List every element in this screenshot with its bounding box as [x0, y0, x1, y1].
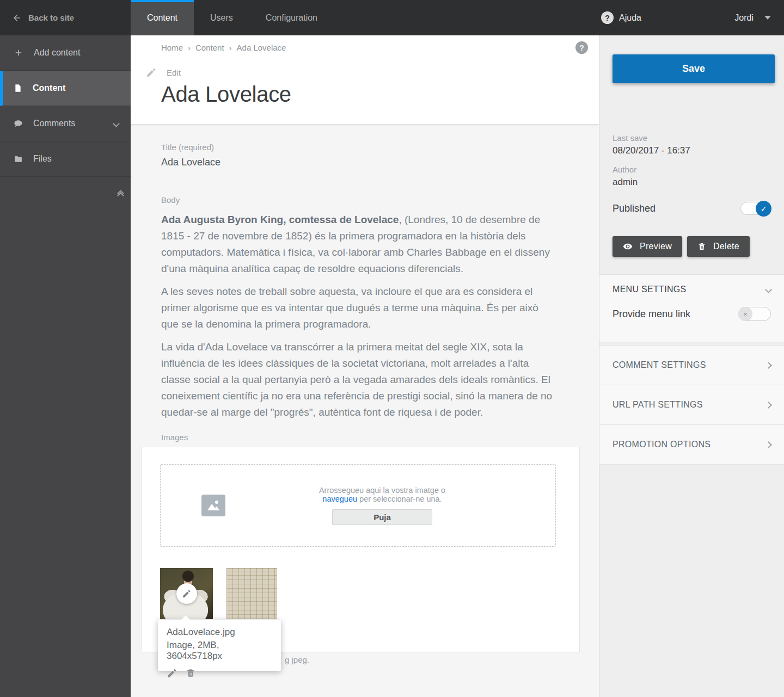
check-icon: ✓ [756, 201, 771, 217]
published-toggle[interactable]: ✓ [740, 202, 771, 215]
pencil-icon [146, 67, 156, 78]
document-icon [14, 84, 22, 92]
tab-users[interactable]: Users [194, 0, 249, 35]
uploaded-images [160, 568, 556, 619]
breadcrumb-content[interactable]: Content [195, 43, 224, 52]
provide-menu-link-label: Provide menu link [612, 309, 690, 320]
sidebar-item-files[interactable]: Files [0, 141, 131, 177]
body-field-editor[interactable]: Ada Augusta Byron King, comtessa de Love… [161, 212, 558, 421]
help-label: Ajuda [619, 13, 641, 23]
sidebar: Add content Content Comments Files [0, 35, 131, 697]
promotion-options-header[interactable]: PROMOTION OPTIONS [599, 425, 784, 465]
file-info-popup: AdaLovelace.jpg Image, 2MB, 3604x5718px [158, 620, 281, 671]
sidebar-item-add-content[interactable]: Add content [0, 35, 131, 71]
body-paragraph: Ada Augusta Byron King, comtessa de Love… [161, 212, 558, 277]
chevron-down-icon [765, 286, 772, 293]
top-bar: Back to site Content Users Configuration… [0, 0, 784, 35]
back-to-site-label: Back to site [28, 13, 74, 22]
thumbnail-ada-portrait[interactable] [160, 568, 213, 619]
save-button[interactable]: Save [612, 54, 775, 83]
provide-menu-link-row: Provide menu link × [612, 307, 771, 321]
breadcrumb-separator: › [229, 43, 232, 52]
delete-button[interactable]: Delete [687, 236, 750, 257]
folder-icon [14, 155, 23, 164]
edit-label: Edit [167, 68, 181, 77]
file-meta: Image, 2MB, 3604x5718px [167, 640, 272, 662]
chevron-right-icon [765, 441, 772, 448]
comment-icon [14, 119, 23, 128]
tab-content[interactable]: Content [131, 0, 194, 35]
published-label: Published [612, 203, 656, 214]
plus-icon [14, 48, 23, 58]
user-name: Jordi [734, 13, 754, 23]
caret-down-icon [764, 16, 771, 20]
menu-settings-section: MENU SETTINGS Provide menu link × [599, 274, 784, 342]
menu-settings-header[interactable]: MENU SETTINGS [612, 285, 771, 294]
edit-tab[interactable]: Edit [146, 67, 586, 78]
sidebar-item-content[interactable]: Content [0, 71, 131, 106]
page-help-icon[interactable]: ? [575, 41, 588, 54]
delete-file-icon[interactable] [186, 668, 195, 678]
pencil-icon [182, 589, 191, 599]
images-field-label: Images [161, 433, 588, 442]
edit-file-icon[interactable] [167, 668, 177, 679]
last-save-value: 08/20/2017 - 16:37 [612, 145, 771, 156]
thumbnail-diagram[interactable] [226, 568, 277, 619]
comment-settings-header[interactable]: COMMENT SETTINGS [599, 346, 784, 385]
help-menu[interactable]: ? Ajuda [601, 0, 641, 35]
page-header: Home › Content › Ada Lovelace ? Edit Ada… [131, 35, 599, 124]
user-menu[interactable]: Jordi [734, 0, 771, 35]
meta-info: Last save 08/20/2017 - 16:37 Author admi… [612, 133, 771, 188]
main-content: Home › Content › Ada Lovelace ? Edit Ada… [131, 35, 599, 697]
page-title: Ada Lovelace [161, 82, 586, 107]
back-to-site-link[interactable]: Back to site [0, 0, 131, 35]
file-name: AdaLovelace.jpg [167, 627, 272, 638]
breadcrumb: Home › Content › Ada Lovelace [161, 43, 586, 52]
title-field-label: Title (required) [161, 143, 588, 152]
upload-button[interactable]: Puja [332, 509, 432, 525]
body-paragraph: A les seves notes de treball sobre aques… [161, 283, 558, 332]
image-dropzone[interactable]: Arrossegueu aqui la vostra imatge o nave… [160, 464, 556, 547]
browse-link[interactable]: navegueu [322, 495, 357, 503]
body-field-label: Body [161, 195, 588, 205]
url-path-settings-header[interactable]: URL PATH SETTINGS [599, 385, 784, 425]
last-save-label: Last save [612, 133, 771, 143]
sidebar-item-comments[interactable]: Comments [0, 106, 131, 141]
chevron-right-icon [765, 362, 772, 369]
chevron-down-icon [113, 120, 120, 127]
sidebar-collapse-button[interactable] [0, 177, 131, 212]
dropzone-text: Arrossegueu aqui la vostra imatge o nave… [209, 486, 555, 525]
preview-button[interactable]: Preview [612, 236, 682, 257]
help-icon: ? [601, 11, 614, 24]
upload-helper-text-fragment: g jpeg. [285, 655, 309, 664]
body-paragraph: La vida d'Ada Lovelace va transcórrer a … [161, 339, 558, 421]
chevron-right-icon [765, 402, 772, 409]
tab-configuration[interactable]: Configuration [249, 0, 334, 35]
collapsed-sections: COMMENT SETTINGS URL PATH SETTINGS PROMO… [599, 345, 784, 465]
chevron-double-up-icon [118, 191, 123, 198]
trash-icon [697, 242, 706, 251]
page: Back to site Content Users Configuration… [0, 0, 784, 697]
edit-form: Title (required) Ada Lovelace Body Ada A… [131, 124, 599, 652]
thumbnail-edit-button[interactable] [176, 583, 197, 604]
cross-icon: × [738, 307, 752, 321]
eye-icon [623, 242, 633, 251]
meta-sidebar: Save Last save 08/20/2017 - 16:37 Author… [599, 35, 784, 697]
breadcrumb-home[interactable]: Home [161, 43, 183, 52]
author-label: Author [612, 165, 771, 174]
published-row: Published ✓ [612, 202, 771, 215]
title-field-value[interactable]: Ada Lovelace [161, 157, 588, 168]
arrow-left-icon [12, 13, 22, 23]
provide-menu-link-toggle[interactable]: × [738, 307, 771, 321]
breadcrumb-current: Ada Lovelace [237, 43, 286, 52]
author-value: admin [612, 177, 771, 188]
action-buttons: Preview Delete [612, 236, 784, 257]
breadcrumb-separator: › [188, 43, 191, 52]
